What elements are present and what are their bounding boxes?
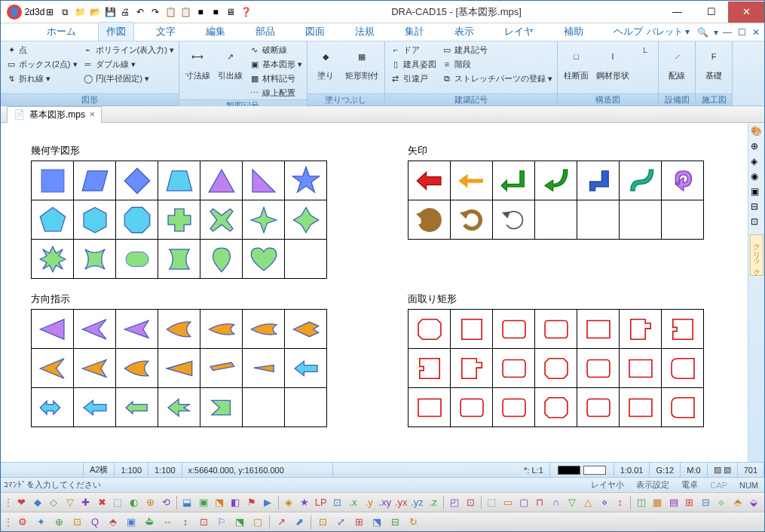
toolbar1-btn-20[interactable]: LP <box>314 494 328 511</box>
toolbar2-btn-6[interactable]: ▣ <box>123 514 139 530</box>
dir-shape-3[interactable] <box>158 310 200 349</box>
toolbar1-btn-44[interactable]: ▤ <box>666 494 681 511</box>
arrow-shape-8[interactable] <box>451 200 493 240</box>
geom-shape-5[interactable] <box>243 161 285 200</box>
chamfer-shape-5[interactable] <box>620 310 662 349</box>
chamfer-shape-13[interactable] <box>662 349 704 388</box>
chamfer-shape-15[interactable] <box>451 388 493 427</box>
ribbon-図形-item-3[interactable]: ⌁ポリライン(表入力) ▾ <box>81 43 176 57</box>
dir-shape-6[interactable] <box>285 310 327 349</box>
ribbon-tab-4[interactable]: 部品 <box>247 22 283 41</box>
status-layer-small[interactable]: レイヤ小 <box>588 479 627 491</box>
arrow-shape-4[interactable] <box>577 161 620 200</box>
qat-button-1[interactable]: ⊞ <box>43 5 57 19</box>
ribbon-施工図-big-0[interactable]: F基礎 <box>699 43 729 83</box>
arrow-shape-1[interactable] <box>451 161 493 200</box>
arrow-shape-10[interactable] <box>535 200 577 240</box>
geom-shape-9[interactable] <box>116 200 158 240</box>
status-grid[interactable]: G:12 <box>650 463 681 477</box>
geom-shape-10[interactable] <box>158 200 200 240</box>
toolbar1-btn-15[interactable]: ⚑ <box>244 494 259 511</box>
ribbon-製図記号-big-1[interactable]: ↗引出線 <box>215 43 246 83</box>
chamfer-shape-18[interactable] <box>577 388 620 427</box>
ribbon-tab-9[interactable]: レイヤ <box>496 22 542 41</box>
sidebar-icon-2[interactable]: ⊕ <box>751 141 763 153</box>
drawing-canvas[interactable]: 幾何学図形 矢印 方向指示 面取り矩形 <box>1 123 748 462</box>
dir-shape-19[interactable] <box>243 388 285 427</box>
maximize-button[interactable]: ☐ <box>694 2 728 23</box>
dir-shape-9[interactable] <box>116 349 158 388</box>
toolbar1-btn-30[interactable]: ⊡ <box>464 494 478 511</box>
toolbar1-btn-11[interactable]: ⬓ <box>180 494 194 511</box>
toolbar1-btn-48[interactable]: ⬘ <box>730 494 745 511</box>
toolbar1-btn-43[interactable]: ▦ <box>650 494 665 511</box>
toolbar1-btn-12[interactable]: ▣ <box>196 494 210 511</box>
geom-shape-16[interactable] <box>116 240 158 279</box>
geom-shape-15[interactable] <box>74 240 116 279</box>
ribbon-tab-5[interactable]: 図面 <box>297 22 333 41</box>
ribbon-tab-7[interactable]: 集計 <box>396 22 433 41</box>
ribbon-製図記号-item-0[interactable]: ∿破断線 <box>247 43 304 57</box>
ribbon-tab-10[interactable]: 補助 <box>555 22 592 41</box>
qat-button-12[interactable]: ■ <box>209 5 222 19</box>
sidebar-icon-3[interactable]: ◈ <box>751 156 763 168</box>
toolbar1-btn-26[interactable]: .yz <box>410 494 424 511</box>
ribbon-tab-0[interactable]: ホーム <box>38 22 84 41</box>
status-layer[interactable]: *: L:1 <box>518 463 550 477</box>
toolbar2-btn-8[interactable]: ↔ <box>159 514 176 530</box>
chamfer-shape-17[interactable] <box>535 388 577 427</box>
qat-button-4[interactable]: 📂 <box>88 5 102 19</box>
toolbar1-btn-16[interactable]: ▶ <box>260 494 274 511</box>
toolbar2-btn-21[interactable]: ⬔ <box>369 514 385 530</box>
arrow-shape-6[interactable] <box>662 161 704 200</box>
chamfer-shape-9[interactable] <box>493 349 535 388</box>
status-m[interactable]: M:0 <box>681 463 707 477</box>
chamfer-shape-1[interactable] <box>451 310 493 349</box>
status-calculator[interactable]: 電卓 <box>678 479 701 491</box>
ribbon-建築記号-item-4[interactable]: ≡階段 <box>439 57 554 71</box>
toolbar1-btn-22[interactable]: .x <box>346 494 360 511</box>
qat-button-11[interactable]: ■ <box>194 5 207 19</box>
chamfer-shape-3[interactable] <box>535 310 577 349</box>
arrow-shape-13[interactable] <box>662 200 704 240</box>
document-tab[interactable]: 📄 基本図形.mps × <box>7 106 102 123</box>
chamfer-shape-19[interactable] <box>620 388 662 427</box>
toolbar1-btn-40[interactable]: ↕ <box>613 494 627 511</box>
geom-shape-1[interactable] <box>74 161 116 200</box>
toolbar2-btn-2[interactable]: ⊕ <box>50 514 67 530</box>
toolbar1-btn-6[interactable]: ⬚ <box>111 494 125 511</box>
ribbon-図形-item-4[interactable]: ═ダブル線 ▾ <box>81 57 176 71</box>
toolbar1-btn-24[interactable]: .xy <box>378 494 392 511</box>
arrow-shape-12[interactable] <box>620 200 662 240</box>
chamfer-shape-8[interactable] <box>451 349 493 388</box>
qat-button-2[interactable]: ⧉ <box>58 5 72 19</box>
ribbon-建築記号-item-3[interactable]: ▭建具記号 <box>439 43 554 57</box>
chamfer-shape-0[interactable] <box>409 310 451 349</box>
ribbon-tab-2[interactable]: 文字 <box>148 22 184 41</box>
toolbar1-btn-3[interactable]: ▽ <box>63 494 77 511</box>
toolbar2-btn-23[interactable]: ↻ <box>405 514 421 530</box>
toolbar1-btn-27[interactable]: .z <box>426 494 440 511</box>
toolbar1-btn-23[interactable]: .y <box>362 494 376 511</box>
geom-shape-11[interactable] <box>200 200 243 240</box>
arrow-shape-5[interactable] <box>620 161 662 200</box>
toolbar1-btn-18[interactable]: ◈ <box>282 494 296 511</box>
ribbon-製図記号-big-0[interactable]: ⟷寸法線 <box>182 43 213 83</box>
mdi-close-icon[interactable]: ✕ <box>751 27 761 38</box>
dir-shape-18[interactable] <box>200 388 243 427</box>
toolbar1-btn-14[interactable]: ◧ <box>228 494 243 511</box>
dir-shape-1[interactable] <box>74 310 116 349</box>
mdi-min-icon[interactable]: — <box>721 27 733 38</box>
toolbar1-btn-39[interactable]: ⋄ <box>597 494 611 511</box>
geom-shape-7[interactable] <box>32 200 74 240</box>
qat-button-0[interactable]: 2d3d <box>28 5 41 19</box>
ribbon-建築記号-item-0[interactable]: ⌐ドア <box>388 43 438 57</box>
toolbar1-btn-36[interactable]: ∩ <box>549 494 563 511</box>
ribbon-構造図-big-0[interactable]: □柱断面 <box>561 43 592 83</box>
chamfer-shape-6[interactable] <box>662 310 704 349</box>
ribbon-塗りつぶし-big-1[interactable]: ▦矩形割付 <box>342 43 381 83</box>
ribbon-図形-item-5[interactable]: ◯円(半径固定) ▾ <box>81 72 176 85</box>
palette-dropdown[interactable]: パレット ▾ <box>642 25 694 39</box>
ribbon-構造図-side[interactable]: └ <box>634 43 655 61</box>
toolbar2-btn-15[interactable]: ↗ <box>273 514 289 530</box>
